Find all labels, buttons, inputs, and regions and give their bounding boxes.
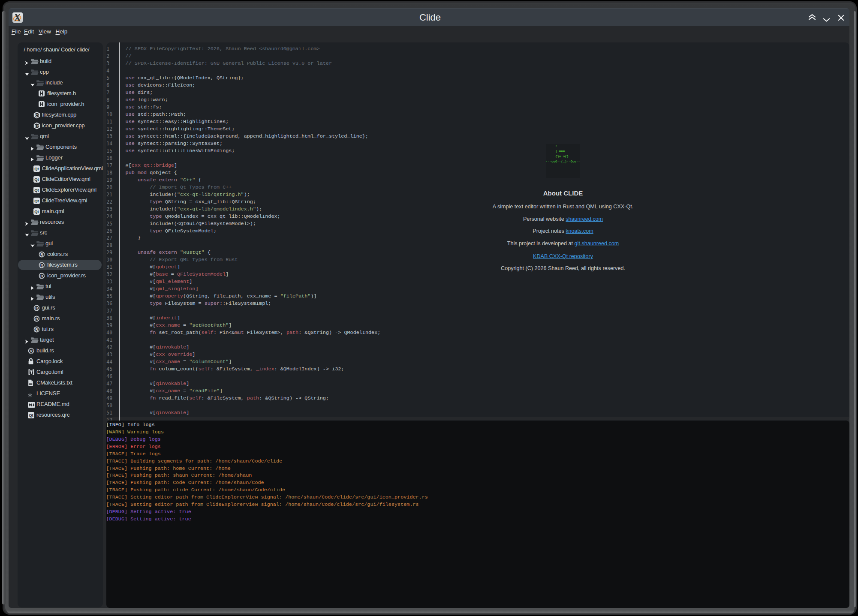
svg-text:R: R — [40, 252, 43, 256]
svg-text:Qt: Qt — [34, 209, 39, 214]
svg-text:R: R — [40, 273, 43, 278]
svg-text:R: R — [35, 327, 38, 331]
svg-text:C: C — [35, 123, 38, 128]
svg-text:Qt: Qt — [34, 198, 39, 203]
svg-text:Qt: Qt — [34, 177, 39, 182]
svg-text:R: R — [30, 349, 33, 353]
svg-text:R: R — [40, 263, 43, 267]
svg-text:Qt: Qt — [34, 166, 39, 171]
svg-text:Qt: Qt — [34, 188, 39, 192]
svg-text:Qt: Qt — [29, 413, 33, 418]
svg-text:R: R — [35, 306, 38, 310]
svg-text:C: C — [35, 112, 38, 117]
svg-text:R: R — [35, 316, 38, 321]
